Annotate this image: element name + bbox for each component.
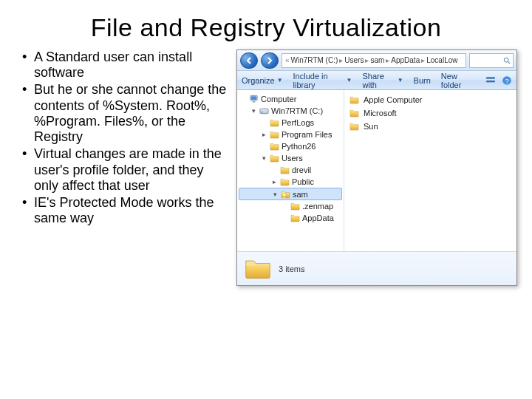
tree-node[interactable]: .zenmap [239, 200, 342, 212]
details-pane: 3 items [237, 251, 516, 285]
tree-node-label: drevil [292, 166, 311, 174]
chevron-down-icon: ▼ [277, 77, 283, 83]
tree-node-label: Computer [261, 95, 296, 103]
breadcrumb-segment[interactable]: Users [344, 56, 364, 64]
computer-icon [248, 95, 259, 103]
folder-icon [279, 166, 290, 174]
drive-icon [259, 106, 269, 115]
slide-title: File and Registry Virtualization [0, 0, 532, 47]
bullet-item: A Standard user can install software [22, 50, 229, 81]
navigation-pane[interactable]: Computer▾Win7RTM (C:)PerfLogs▸Program Fi… [237, 90, 344, 251]
organize-button[interactable]: Organize▼ [242, 76, 283, 85]
chevron-right-icon: ▸ [365, 56, 369, 64]
tree-node[interactable]: Python26 [239, 140, 342, 152]
folder-icon [349, 95, 359, 104]
list-item-label: Microsoft [364, 109, 397, 117]
tree-node[interactable]: Computer [239, 93, 342, 105]
tree-node-label: Python26 [282, 142, 316, 151]
svg-rect-7 [250, 96, 256, 100]
tree-node-label: Program Files [282, 130, 332, 139]
expander-icon[interactable]: ▾ [261, 154, 267, 162]
breadcrumb-segment[interactable]: sam [370, 56, 384, 64]
search-input[interactable] [469, 53, 514, 68]
svg-rect-2 [486, 77, 495, 78]
tree-node[interactable]: AppData [239, 212, 342, 224]
tree-node[interactable]: ▸Program Files [239, 129, 342, 140]
chevron-right-icon: ▸ [386, 56, 389, 64]
bullet-list: A Standard user can install softwareBut … [22, 50, 229, 286]
folder-icon [349, 122, 359, 131]
folder-icon [269, 118, 279, 127]
expander-icon[interactable]: ▸ [271, 178, 277, 185]
tree-node-label: PerfLogs [282, 118, 314, 127]
chevron-down-icon: ▼ [347, 77, 352, 83]
address-bar[interactable]: « Win7RTM (C:) ▸ Users ▸ sam ▸ AppData ▸… [282, 53, 466, 68]
svg-rect-10 [260, 112, 262, 112]
bullet-item: IE's Protected Mode works the same way [22, 195, 229, 226]
folder-icon [279, 177, 290, 186]
new-folder-button[interactable]: New folder [441, 72, 475, 89]
list-item[interactable]: Apple Computer [349, 93, 512, 106]
user-icon [280, 190, 290, 199]
tree-node-label: sam [293, 190, 308, 199]
svg-text:?: ? [505, 77, 508, 84]
tree-node[interactable]: ▸Public [239, 176, 342, 188]
folder-icon [269, 142, 279, 151]
svg-line-1 [508, 61, 511, 64]
explorer-window: « Win7RTM (C:) ▸ Users ▸ sam ▸ AppData ▸… [236, 50, 517, 286]
search-icon [503, 57, 511, 64]
svg-rect-9 [259, 109, 267, 114]
status-text: 3 items [279, 265, 304, 273]
tree-node-label: Win7RTM (C:) [271, 106, 323, 115]
include-library-button[interactable]: Include in library▼ [293, 72, 352, 89]
bullet-item: Virtual changes are made in the user's p… [22, 146, 229, 194]
svg-point-0 [504, 58, 508, 62]
expander-icon[interactable]: ▸ [261, 131, 267, 138]
folder-icon [290, 202, 300, 211]
tree-node[interactable]: ▾sam [239, 188, 342, 200]
content-pane[interactable]: Apple ComputerMicrosoftSun [344, 90, 516, 251]
chevron-right-icon: ▸ [421, 56, 425, 64]
expander-icon[interactable]: ▾ [250, 107, 256, 115]
tree-node-label: Users [282, 154, 303, 163]
toolbar: Organize▼ Include in library▼ Share with… [237, 71, 516, 90]
tree-node[interactable]: ▾Users [239, 152, 342, 164]
nav-back-button[interactable] [240, 52, 258, 69]
folder-icon [269, 154, 279, 163]
help-icon[interactable]: ? [502, 75, 512, 86]
breadcrumb-segment[interactable]: AppData [391, 56, 420, 64]
folder-icon [245, 256, 271, 282]
tree-node-label: AppData [302, 214, 334, 222]
tree-node[interactable]: ▾Win7RTM (C:) [239, 105, 342, 117]
chevron-right-icon: ▸ [339, 56, 343, 64]
svg-rect-8 [252, 101, 255, 103]
list-item-label: Apple Computer [364, 95, 423, 104]
folder-icon [349, 109, 359, 117]
list-item[interactable]: Sun [349, 120, 512, 133]
chevron-down-icon: ▼ [398, 77, 403, 83]
folder-icon [290, 214, 300, 222]
titlebar: « Win7RTM (C:) ▸ Users ▸ sam ▸ AppData ▸… [237, 50, 516, 71]
list-item[interactable]: Microsoft [349, 106, 512, 120]
view-options-icon[interactable] [485, 75, 496, 86]
breadcrumb-segment[interactable]: Win7RTM (C:) [291, 56, 338, 64]
list-item-label: Sun [364, 122, 378, 131]
svg-point-11 [283, 194, 285, 196]
breadcrumb-segment[interactable]: LocalLow [426, 56, 457, 64]
share-with-button[interactable]: Share with▼ [362, 72, 403, 89]
tree-node-label: .zenmap [302, 202, 333, 211]
expander-icon[interactable]: ▾ [272, 191, 278, 198]
nav-forward-button[interactable] [261, 52, 279, 69]
tree-node[interactable]: PerfLogs [239, 117, 342, 129]
tree-node[interactable]: drevil [239, 164, 342, 176]
arrow-right-icon [266, 57, 273, 64]
bullet-item: But he or she cannot change the contents… [22, 82, 229, 145]
tree-node-label: Public [292, 177, 314, 186]
arrow-left-icon [245, 57, 253, 64]
svg-rect-3 [486, 81, 495, 82]
folder-icon [269, 130, 279, 139]
burn-button[interactable]: Burn [414, 76, 431, 85]
